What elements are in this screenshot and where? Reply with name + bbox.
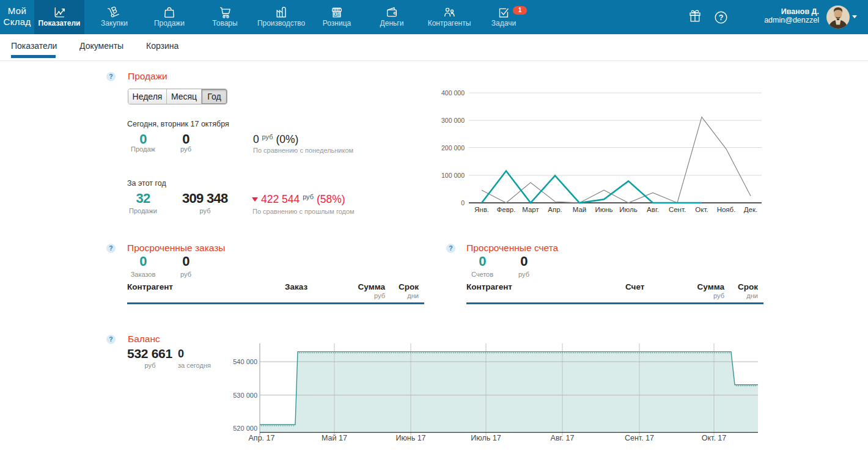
svg-text:Авг.: Авг. — [647, 206, 659, 213]
svg-text:Март: Март — [522, 206, 539, 213]
svg-text:Июль: Июль — [619, 206, 637, 213]
svg-text:Май: Май — [573, 206, 587, 213]
svg-text:100 000: 100 000 — [441, 172, 465, 179]
svg-text:Дек.: Дек. — [744, 206, 757, 213]
svg-text:400 000: 400 000 — [441, 89, 465, 97]
svg-text:Апр. 17: Апр. 17 — [249, 434, 275, 442]
svg-text:Февр.: Февр. — [497, 206, 516, 213]
svg-text:?: ? — [719, 13, 724, 22]
svg-text:Нояб.: Нояб. — [717, 206, 736, 213]
svg-text:300 000: 300 000 — [441, 117, 465, 124]
svg-text:Сент. 17: Сент. 17 — [625, 434, 654, 442]
svg-text:Май 17: Май 17 — [322, 434, 347, 442]
svg-text:Июнь: Июнь — [595, 206, 612, 213]
svg-text:Авг. 17: Авг. 17 — [551, 434, 575, 442]
svg-text:Апр.: Апр. — [548, 206, 562, 213]
svg-text:540 000: 540 000 — [233, 358, 257, 365]
svg-text:530 000: 530 000 — [233, 392, 257, 399]
svg-text:Июнь 17: Июнь 17 — [395, 434, 425, 442]
svg-text:200 000: 200 000 — [441, 144, 465, 152]
svg-text:520 000: 520 000 — [233, 425, 257, 432]
svg-text:Окт. 17: Окт. 17 — [702, 434, 727, 442]
svg-text:0: 0 — [461, 199, 465, 207]
svg-text:Июль 17: Июль 17 — [471, 434, 501, 442]
svg-text:Янв.: Янв. — [474, 206, 489, 213]
svg-text:Окт.: Окт. — [695, 206, 708, 213]
svg-text:Сент.: Сент. — [669, 206, 686, 213]
